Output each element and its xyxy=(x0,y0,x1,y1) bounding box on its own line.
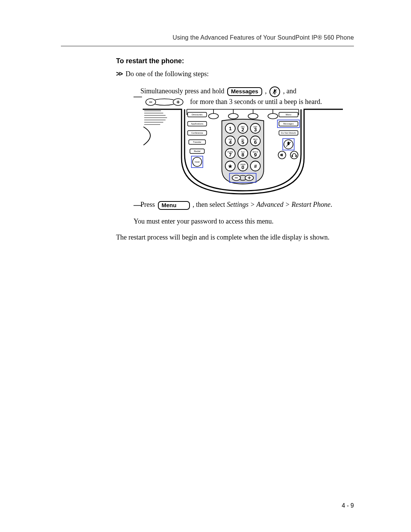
svg-text:2: 2 xyxy=(241,127,244,133)
svg-text:8: 8 xyxy=(241,152,244,158)
svg-text:7: 7 xyxy=(229,152,231,158)
svg-text:#: # xyxy=(254,163,257,169)
step-2: — Press Menu , then select Settings > Ad… xyxy=(134,200,352,209)
svg-point-17 xyxy=(228,113,238,119)
svg-text:Directories: Directories xyxy=(192,113,203,116)
btn-hold: Hold xyxy=(193,157,202,166)
step1-mid1: , xyxy=(265,87,268,95)
svg-point-50 xyxy=(295,155,297,157)
volume-rocker-icon xyxy=(142,98,187,106)
running-head: Using the Advanced Features of Your Soun… xyxy=(61,34,354,41)
svg-text:1: 1 xyxy=(229,126,231,131)
step1-mid2: , and xyxy=(283,87,296,95)
header-rule xyxy=(61,46,354,46)
dash-icon: — xyxy=(134,93,140,100)
btn-dnd: Do Not Disturb xyxy=(279,131,298,135)
step1-pre: Simultaneously press and hold xyxy=(140,87,226,95)
svg-text:Applications: Applications xyxy=(191,123,203,125)
svg-text:0: 0 xyxy=(241,165,244,170)
sub-steps: — Simultaneously press and hold Messages… xyxy=(134,86,352,210)
phone-illustration: Directories Applications Conference xyxy=(142,109,352,196)
step-2-body: Press Menu , then select Settings > Adva… xyxy=(140,200,352,209)
password-note: You must enter your password to access t… xyxy=(134,217,352,226)
step-1: — Simultaneously press and hold Messages… xyxy=(134,86,352,107)
svg-text:Messages: Messages xyxy=(283,123,293,125)
step2-mid: , then select xyxy=(193,201,227,208)
svg-text:5: 5 xyxy=(241,139,244,145)
svg-point-49 xyxy=(292,155,293,157)
svg-text:Hold: Hold xyxy=(195,161,199,163)
svg-text:Redial: Redial xyxy=(194,150,200,152)
btn-applications: Applications xyxy=(188,121,207,126)
post-steps: You must enter your password to access t… xyxy=(134,217,352,242)
svg-text:Do Not Disturb: Do Not Disturb xyxy=(281,132,296,134)
btn-redial: Redial xyxy=(190,149,204,153)
final-note: The restart process will begin and is co… xyxy=(116,233,352,242)
mute-mic-icon xyxy=(269,86,280,97)
messages-button: Messages xyxy=(227,87,262,96)
step2-path: Settings > Advanced > Restart Phone xyxy=(227,201,330,208)
btn-directories: Directories xyxy=(188,112,207,117)
menu-button: Menu xyxy=(158,201,190,210)
svg-text:3: 3 xyxy=(254,127,256,133)
svg-text:6: 6 xyxy=(254,139,256,145)
btn-mute xyxy=(284,140,293,149)
svg-text:9: 9 xyxy=(254,152,256,158)
svg-point-16 xyxy=(209,113,218,119)
dash-icon: — xyxy=(134,201,140,208)
section-title: To restart the phone: xyxy=(116,56,352,66)
step2-pre: Press xyxy=(140,201,157,208)
svg-point-48 xyxy=(290,151,298,159)
btn-transfer: Transfer xyxy=(189,140,206,144)
intro-line: >> Do one of the following steps: xyxy=(116,69,352,78)
btn-conference: Conference xyxy=(188,131,207,135)
btn-menu: Menu xyxy=(279,112,298,117)
svg-text:Transfer: Transfer xyxy=(193,141,201,143)
page-number: 4 - 9 xyxy=(342,502,354,509)
page: Using the Advanced Features of Your Soun… xyxy=(0,0,411,532)
svg-text:★: ★ xyxy=(228,163,233,169)
svg-text:Menu: Menu xyxy=(285,113,291,116)
step2-period: . xyxy=(330,201,332,208)
intro-text: Do one of the following steps: xyxy=(126,69,209,78)
svg-point-18 xyxy=(248,113,258,119)
btn-messages: Messages xyxy=(279,121,298,126)
svg-text:Conference: Conference xyxy=(191,132,203,134)
svg-text:4: 4 xyxy=(229,139,232,145)
intro-marker: >> xyxy=(116,69,122,78)
content: To restart the phone: >> Do one of the f… xyxy=(116,56,352,249)
step1-line2: for more than 3 seconds or until a beep … xyxy=(190,98,322,105)
svg-point-19 xyxy=(268,113,278,119)
step-1-body: Simultaneously press and hold Messages ,… xyxy=(140,86,352,107)
